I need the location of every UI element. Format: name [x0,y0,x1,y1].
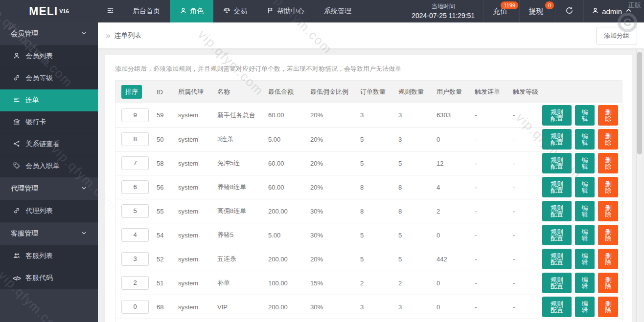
tag-icon [13,162,21,171]
rule-config-button[interactable]: 规则配置 [542,201,572,221]
edit-button[interactable]: 编辑 [575,273,595,293]
cell-orders: 3 [360,111,398,119]
delete-button[interactable]: 删除 [598,249,618,269]
sidebar-item-service-code[interactable]: </> 客服代码 [0,267,98,289]
sidebar-item-member-list[interactable]: 会员列表 [0,45,98,67]
sort-input[interactable]: 3 [121,252,149,266]
sidebar-item-member-level[interactable]: 会员等级 [0,67,98,89]
row-actions: 规则配置编辑删除 [542,225,618,245]
menu-fold-icon [107,7,114,16]
table-body: 959system新手任务总台60.0020%336303--规则配置编辑删除8… [115,103,622,322]
sort-input[interactable]: 0 [121,300,149,314]
sort-input[interactable]: 6 [121,180,149,194]
delete-button[interactable]: 删除 [598,105,618,126]
sort-input[interactable]: 7 [121,156,149,170]
nav-help[interactable]: 帮助中心 [257,0,314,22]
delete-button[interactable]: 删除 [598,177,618,197]
delete-button[interactable]: 删除 [598,225,618,245]
cell-min_amount: 60.00 [268,184,310,191]
sort-input[interactable]: 4 [121,228,149,242]
sidebar-item-service-list[interactable]: 客服列表 [0,245,98,267]
menu-collapse-button[interactable] [98,0,123,22]
cell-users: 4 [437,184,475,191]
edit-button[interactable]: 编辑 [575,105,595,126]
withdraw-button[interactable]: 提现 0 [519,0,555,22]
list-icon [13,96,21,105]
delete-button[interactable]: 删除 [598,201,618,221]
genuine-watermark: 正版 [628,1,641,10]
edit-button[interactable]: 编辑 [575,177,595,197]
header-trigger-chain: 触发连单 [475,87,513,96]
header-min-amount: 最低金额 [268,87,310,96]
sort-input[interactable]: 5 [121,204,149,218]
vertical-scrollbar[interactable] [636,49,642,322]
chevron-down-icon [81,230,87,237]
cell-name: 免冲5连 [217,159,268,168]
rule-config-button[interactable]: 规则配置 [542,177,572,197]
nav-home[interactable]: 后台首页 [123,0,170,22]
cell-agent: system [178,303,217,311]
sidebar-group-member[interactable]: 会员管理 [0,22,98,45]
rule-config-button[interactable]: 规则配置 [542,273,572,293]
table-row: 656system养猪8连单60.0020%884--规则配置编辑删除 [115,175,622,199]
recharge-badge: 1199 [501,1,518,9]
sidebar-item-agent-list[interactable]: 代理列表 [0,200,98,222]
sidebar-group-agent[interactable]: 代理管理 [0,177,98,200]
sort-input[interactable]: 8 [121,132,149,146]
edit-button[interactable]: 编辑 [575,225,595,245]
cell-orders: 5 [360,160,398,167]
edit-button[interactable]: 编辑 [575,153,595,173]
cell-users: 12 [437,160,475,167]
delete-button[interactable]: 删除 [598,129,618,150]
cell-orders: 2 [360,279,398,287]
sort-input[interactable]: 9 [121,108,149,122]
delete-button[interactable]: 删除 [598,153,618,173]
edit-button[interactable]: 编辑 [575,129,595,150]
rule-config-button[interactable]: 规则配置 [542,129,572,150]
add-group-button[interactable]: 添加分组 [596,27,637,44]
cell-trigger_level: - [513,208,542,215]
cell-commission: 20% [310,184,360,191]
table-header-row: 排序 ID 所属代理 名称 最低金额 最低佣金比例 订单数量 规则数量 用户数量… [115,81,622,103]
cell-commission: 30% [310,232,360,239]
person-icon [592,7,599,16]
rule-config-button[interactable]: 规则配置 [542,249,572,269]
cell-commission: 20% [310,111,360,119]
edit-button[interactable]: 编辑 [575,297,595,317]
sidebar-item-liandan[interactable]: 连单 [0,89,98,111]
header-users: 用户数量 [437,87,475,96]
recharge-button[interactable]: 充值 1199 [483,0,519,22]
nav-role[interactable]: 角色 [170,0,213,22]
scrollbar-thumb[interactable] [637,52,642,154]
cell-name: 高佣8连单 [217,207,268,215]
cell-trigger_chain: - [475,279,513,287]
sidebar-item-relation-chain[interactable]: 关系链查看 [0,133,98,155]
cell-trigger_chain: - [475,184,513,191]
group-label: 代理管理 [11,184,38,193]
nav-system[interactable]: 系统管理 [314,0,361,22]
delete-button[interactable]: 删除 [598,273,618,293]
rule-config-button[interactable]: 规则配置 [542,105,572,126]
cell-commission: 15% [310,279,360,287]
rule-config-button[interactable]: 规则配置 [542,297,572,317]
sort-input[interactable]: 2 [121,276,149,290]
edit-button[interactable]: 编辑 [575,249,595,269]
sidebar-group-service[interactable]: 客服管理 [0,222,98,245]
cell-name: 3连杀 [217,135,268,144]
refresh-button[interactable] [555,0,583,22]
sidebar-item-member-entry[interactable]: 会员入职单 [0,155,98,177]
cell-users: 442 [437,256,475,263]
cell-name: 新手任务总台 [217,111,268,120]
topbar-right: 当地时间 2024-07-25 11:29:51 充值 1199 提现 0 ad… [403,0,644,22]
edit-button[interactable]: 编辑 [575,201,595,221]
cell-name: 五连杀 [217,255,268,263]
rule-config-button[interactable]: 规则配置 [542,153,572,173]
sidebar-item-bank-card[interactable]: 银行卡 [0,111,98,133]
rule-config-button[interactable]: 规则配置 [542,225,572,245]
delete-button[interactable]: 删除 [598,297,618,317]
cell-agent: system [178,232,217,239]
cell-name: VIP [217,303,268,311]
table-row: 850system3连杀5.0020%530--规则配置编辑删除 [115,127,622,151]
cell-trigger_level: - [513,136,542,143]
nav-trade[interactable]: 交易 [213,0,257,22]
